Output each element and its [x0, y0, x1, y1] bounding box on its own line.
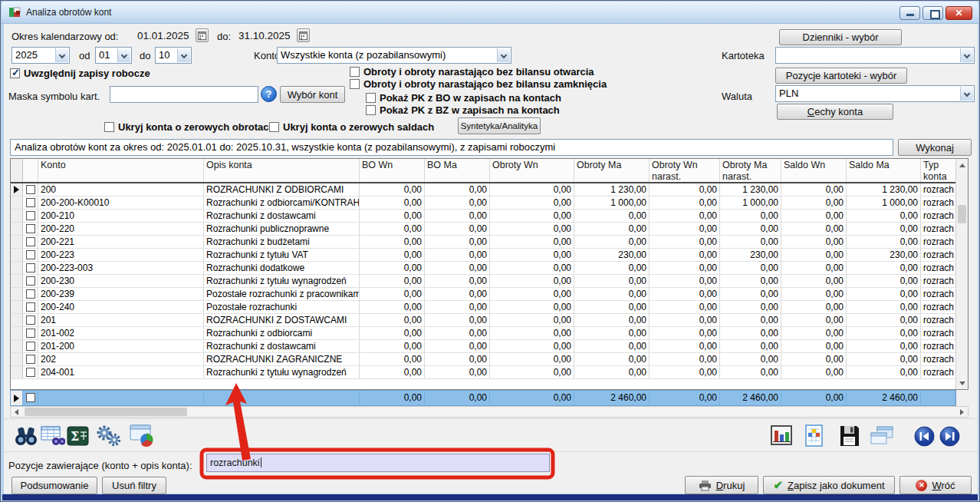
row-checkbox[interactable] [26, 211, 35, 220]
maska-input[interactable] [110, 86, 258, 103]
column-header[interactable]: Opis konta [204, 159, 360, 182]
close-button[interactable] [945, 6, 972, 20]
row-checkbox[interactable] [26, 185, 35, 194]
binoculars-search-icon[interactable] [13, 424, 39, 448]
row-checkbox[interactable] [26, 237, 35, 246]
table-row[interactable]: 200-210Rozrachunki z dostawcami0,000,000… [11, 210, 957, 223]
scroll-right-button[interactable] [960, 409, 964, 415]
bez-otwarcia-checkbox[interactable]: Obroty i obroty narastająco bez bilansu … [350, 66, 594, 78]
month-to-select[interactable]: 10 [155, 47, 192, 64]
column-header[interactable]: BO Ma [425, 159, 490, 182]
row-checkbox[interactable] [26, 250, 35, 259]
column-header[interactable]: Obroty Ma narast. [720, 159, 781, 182]
table-row[interactable]: 200-220Rozrachunki publicznoprawne0,000,… [11, 223, 957, 236]
vertical-scroll-thumb[interactable] [958, 205, 966, 223]
chevron-down-icon[interactable] [497, 48, 510, 62]
wybor-kont-button[interactable]: Wybór kont [280, 86, 345, 103]
column-header[interactable]: Obroty Wn narast. [649, 159, 720, 182]
zapisz-jako-dokument-button[interactable]: ✔ Zapisz jako dokument [763, 476, 895, 494]
bez-zamkniecia-checkbox[interactable]: Obroty i obroty narastająco bez bilansu … [350, 78, 607, 90]
date-to-value[interactable]: 31.10.2025 [238, 30, 291, 41]
gears-settings-icon[interactable] [96, 424, 122, 448]
totals-row[interactable]: 0,000,000,002 460,000,002 460,000,002 46… [10, 390, 956, 406]
row-checkbox[interactable] [26, 302, 35, 312]
column-header[interactable]: Konto [38, 159, 204, 182]
horizontal-scrollbar[interactable] [10, 406, 968, 418]
nav-last-button[interactable] [939, 424, 960, 448]
chevron-down-icon[interactable] [55, 48, 68, 62]
scroll-down-button[interactable] [956, 377, 968, 389]
date-from-calendar-button[interactable] [196, 28, 209, 42]
kartoteka-select[interactable] [775, 47, 975, 64]
uwzglednij-checkbox[interactable]: Uwzględnij zapisy robocze [10, 68, 150, 79]
table-row[interactable]: 200-223Rozrachunki z tytułu VAT0,000,000… [11, 249, 957, 262]
ukryj-obroty-checkbox[interactable]: Ukryj konta o zerowych obrotach [104, 121, 275, 133]
nav-first-button[interactable] [913, 424, 935, 448]
syntetyka-analityka-button[interactable]: Syntetyka/Analityka [458, 117, 541, 134]
drukuj-button[interactable]: Drukuj [685, 476, 758, 494]
save-floppy-icon[interactable] [837, 424, 861, 448]
pokaz-bz-checkbox[interactable]: Pokaż PK z BZ w zapisach na kontach [366, 104, 560, 116]
sum-sigma-board-icon[interactable]: Σ [65, 424, 91, 448]
row-checkbox[interactable] [26, 276, 35, 286]
column-header[interactable]: Saldo Wn [781, 159, 847, 182]
table-row[interactable]: 202ROZRACHUNKI ZAGRANICZNE0,000,000,000,… [11, 353, 957, 366]
table-row[interactable]: 201-002Rozrachunki z odbiorcami0,000,000… [11, 327, 957, 340]
table-search-icon[interactable] [40, 424, 66, 448]
cascade-windows-icon[interactable] [869, 424, 895, 448]
chevron-down-icon[interactable] [117, 48, 130, 62]
column-header[interactable]: BO Wn [360, 159, 425, 182]
row-checkbox[interactable] [26, 329, 35, 338]
row-checkbox[interactable] [26, 198, 35, 207]
row-checkbox[interactable] [26, 289, 35, 299]
horizontal-scroll-thumb[interactable] [25, 408, 187, 416]
wroc-button[interactable]: ✕ Wróć [899, 476, 972, 494]
column-header[interactable]: Saldo Ma [847, 159, 921, 182]
total-checkbox[interactable] [26, 393, 35, 402]
pokaz-bo-checkbox[interactable]: Pokaż PK z BO w zapisach na kontach [366, 92, 561, 104]
konto-select[interactable]: Wszystkie konta (z pozabilansowymi) [277, 47, 511, 64]
table-row[interactable]: 204-001Rozrachunki z tytułu wynagrodzeń0… [11, 366, 957, 379]
chart-window-icon[interactable] [130, 424, 156, 448]
table-row[interactable]: 200-221Rozrachunki z budżetami0,000,000,… [11, 236, 957, 249]
vertical-scrollbar[interactable] [955, 159, 968, 389]
maximize-button[interactable] [922, 6, 943, 20]
dzienniki-wybor-button[interactable]: Dzienniki - wybór [779, 29, 902, 45]
date-to-calendar-button[interactable] [297, 28, 310, 42]
date-from-value[interactable]: 01.01.2025 [137, 30, 189, 41]
podsumowanie-button[interactable]: Podsumowanie [12, 477, 97, 494]
ukryj-salda-checkbox[interactable]: Ukryj konta o zerowych saldach [269, 121, 434, 133]
year-select[interactable]: 2025 [12, 47, 70, 64]
row-checkbox[interactable] [26, 315, 35, 325]
table-row[interactable]: 200-200-K00010Rozrachunki z odbiorcami/K… [11, 197, 957, 210]
chevron-down-icon[interactable] [960, 48, 973, 62]
filter-input[interactable]: rozrachunki [206, 454, 550, 472]
row-checkbox[interactable] [26, 224, 35, 233]
scroll-up-button[interactable] [956, 159, 968, 171]
scroll-left-button[interactable] [15, 409, 18, 415]
minimize-button[interactable] [899, 6, 920, 20]
cechy-konta-button[interactable]: Cechy konta [777, 104, 893, 120]
column-header[interactable]: Typ konta [921, 159, 957, 182]
wykonaj-button[interactable]: Wykonaj [898, 139, 972, 156]
row-checkbox[interactable] [26, 342, 35, 351]
table-row[interactable]: 200-240Pozostałe rozrachunki0,000,000,00… [11, 301, 957, 314]
chevron-down-icon[interactable] [960, 87, 973, 101]
row-checkbox[interactable] [26, 263, 35, 272]
row-checkbox[interactable] [26, 368, 35, 377]
table-row[interactable]: 200-223-003Rozrachunki dodatkowe0,000,00… [11, 262, 957, 275]
column-header[interactable]: Obroty Ma [574, 159, 649, 182]
pozycje-kartoteki-button[interactable]: Pozycje kartoteki - wybór [775, 68, 907, 84]
table-row[interactable]: 200-230Rozrachunki z tytułu wynagrodzeń0… [11, 275, 957, 288]
table-row[interactable]: 200ROZRACHUNKI Z ODBIORCAMI0,000,000,001… [11, 183, 957, 197]
table-row[interactable]: 200-239Pozostałe rozrachunki z pracownik… [11, 288, 957, 301]
column-header[interactable]: Obroty Wn [490, 159, 574, 182]
month-from-select[interactable]: 01 [95, 47, 132, 64]
waluta-select[interactable]: PLN [775, 85, 975, 102]
row-checkbox[interactable] [26, 355, 35, 364]
table-row[interactable]: 201-200Rozrachunki z dostawcami0,000,000… [11, 340, 957, 353]
table-row[interactable]: 201ROZRACHUNKI Z DOSTAWCAMI0,000,000,000… [11, 314, 957, 327]
spreadsheet-export-icon[interactable] [803, 424, 826, 448]
chevron-down-icon[interactable] [177, 48, 190, 62]
help-button[interactable]: ? [261, 86, 277, 102]
